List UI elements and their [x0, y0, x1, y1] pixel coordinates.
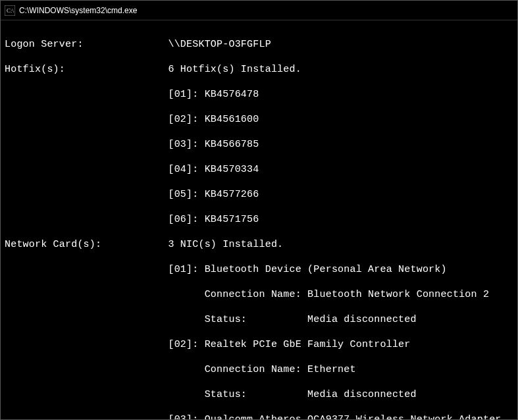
network-cards-label: Network Card(s): — [5, 239, 101, 250]
nic-item: [03]: Qualcomm Atheros QCA9377 Wireless … — [168, 414, 501, 420]
hotfix-item: [02]: KB4561600 — [168, 114, 259, 125]
nic-item: [01]: Bluetooth Device (Personal Area Ne… — [168, 264, 446, 275]
terminal-output[interactable]: Logon Server: \\DESKTOP-O3FGFLP Hotfix(s… — [1, 20, 517, 420]
nic-item: Connection Name: Bluetooth Network Conne… — [168, 289, 489, 300]
network-cards-summary: 3 NIC(s) Installed. — [168, 239, 283, 250]
hotfix-item: [04]: KB4570334 — [168, 164, 259, 175]
nic-item: [02]: Realtek PCIe GbE Family Controller — [168, 339, 410, 350]
hotfix-item: [05]: KB4577266 — [168, 189, 259, 200]
svg-text:C:\: C:\ — [7, 7, 14, 14]
logon-server-value: \\DESKTOP-O3FGFLP — [168, 39, 271, 50]
hotfix-item: [03]: KB4566785 — [168, 139, 259, 150]
hotfix-item: [06]: KB4571756 — [168, 214, 259, 225]
logon-server-label: Logon Server: — [5, 39, 84, 50]
titlebar[interactable]: C:\ C:\WINDOWS\system32\cmd.exe — [1, 1, 517, 20]
window-title: C:\WINDOWS\system32\cmd.exe — [19, 6, 137, 15]
nic-item: Status: Media disconnected — [168, 389, 416, 400]
hotfix-label: Hotfix(s): — [5, 64, 65, 75]
cmd-icon: C:\ — [5, 5, 15, 16]
nic-item: Connection Name: Ethernet — [168, 364, 355, 375]
hotfix-item: [01]: KB4576478 — [168, 89, 259, 100]
hotfix-summary: 6 Hotfix(s) Installed. — [168, 64, 301, 75]
nic-item: Status: Media disconnected — [168, 314, 416, 325]
